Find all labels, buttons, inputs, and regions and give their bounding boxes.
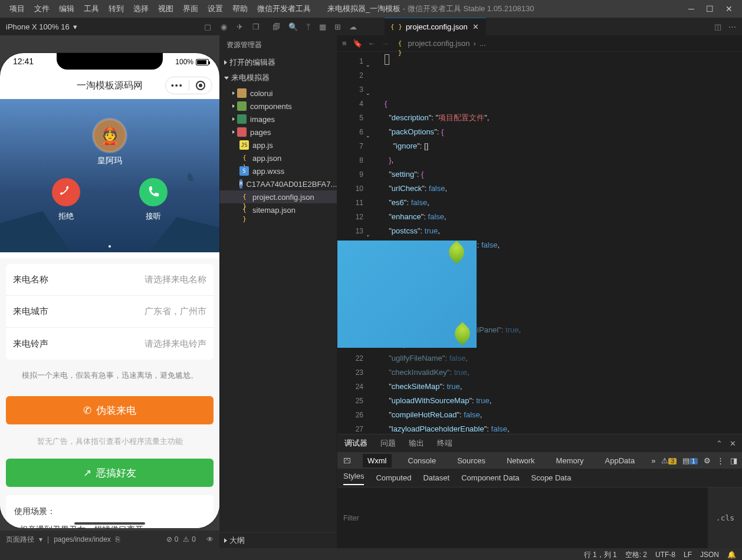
encoding-info[interactable]: UTF-8 <box>655 551 675 559</box>
styles-filter-input[interactable] <box>337 487 708 548</box>
tab-close-button[interactable]: ✕ <box>471 22 480 31</box>
back-icon[interactable]: ← <box>368 39 376 48</box>
git-icon[interactable]: ᛘ <box>306 22 311 31</box>
windows-icon[interactable]: ❐ <box>252 22 260 31</box>
project-root-header[interactable]: 来电模拟器 <box>219 70 337 85</box>
battery-icon <box>196 59 209 65</box>
tab-wxml[interactable]: Wxml <box>363 454 392 467</box>
file-md[interactable]: MC17AA740AD01E2BFA7... <box>219 177 337 190</box>
close-button[interactable]: ✕ <box>725 4 733 14</box>
tab-output[interactable]: 输出 <box>409 438 424 449</box>
indent-info[interactable]: 空格: 2 <box>625 550 647 560</box>
menu-file[interactable]: 文件 <box>29 0 54 18</box>
menu-project[interactable]: 项目 <box>5 0 29 18</box>
tab-network[interactable]: Network <box>502 454 540 467</box>
grid-icon[interactable]: ▦ <box>319 22 326 31</box>
eol-info[interactable]: LF <box>684 551 692 559</box>
tab-memory[interactable]: Memory <box>551 454 589 467</box>
subtab-styles[interactable]: Styles <box>343 472 364 485</box>
accept-button[interactable]: 接听 <box>139 178 168 222</box>
tab-sources[interactable]: Sources <box>452 454 490 467</box>
bookmark-icon[interactable]: 🔖 <box>353 39 362 48</box>
chevron-down-icon[interactable]: ▾ <box>39 535 42 543</box>
warning-count[interactable]: ⚠0 <box>183 535 196 543</box>
file-app-wxss[interactable]: Sapp.wxss <box>219 164 337 177</box>
form-row-ring[interactable]: 来电铃声请选择来电铃声 <box>6 328 214 360</box>
copy-icon[interactable]: ⎘ <box>116 535 120 543</box>
record-icon[interactable]: ◉ <box>221 22 227 31</box>
breadcrumb-file[interactable]: project.config.json <box>408 39 470 48</box>
capsule-menu-icon[interactable]: ••• <box>166 81 189 90</box>
menu-settings[interactable]: 设置 <box>203 0 228 18</box>
capsule-button[interactable]: ••• <box>165 77 212 94</box>
split-layout-icon[interactable]: ◫ <box>714 22 721 31</box>
bell-icon[interactable]: 🔔 <box>727 551 736 559</box>
tab-console[interactable]: Console <box>403 454 441 467</box>
subtab-dataset[interactable]: Dataset <box>423 473 449 482</box>
menu-help[interactable]: 帮助 <box>228 0 252 18</box>
share-icon[interactable]: ✈ <box>237 22 243 31</box>
reject-button[interactable]: 拒绝 <box>52 178 80 222</box>
eye-icon[interactable]: 👁 <box>206 535 214 543</box>
error-count[interactable]: ⊘0 <box>166 535 179 543</box>
folder-pages[interactable]: pages <box>219 126 337 139</box>
file-sitemap[interactable]: sitemap.json <box>219 203 337 216</box>
file-app-js[interactable]: JSapp.js <box>219 139 337 151</box>
breadcrumb-more[interactable]: ... <box>480 39 486 48</box>
menu-view[interactable]: 视图 <box>153 0 178 18</box>
forward-icon[interactable]: → <box>382 39 389 48</box>
close-icon[interactable]: ✕ <box>730 439 736 448</box>
subtab-component-data[interactable]: Component Data <box>461 473 519 482</box>
device-selector[interactable]: iPhone X 100% 16▾ <box>0 22 83 31</box>
search-icon[interactable]: 🔍 <box>288 22 298 31</box>
device-icon[interactable]: ▢ <box>204 22 211 31</box>
code-editor[interactable]: 1⌄23⌄456⌄78910111213⌄1415161718192021222… <box>337 52 742 434</box>
more-tabs-icon[interactable]: » <box>651 456 655 465</box>
tab-debugger[interactable]: 调试器 <box>344 438 367 449</box>
page-path-value: pages/index/index <box>54 535 111 543</box>
chevron-up-icon[interactable]: ⌃ <box>716 439 723 448</box>
subtab-scope-data[interactable]: Scope Data <box>531 473 571 482</box>
tab-appdata[interactable]: AppData <box>600 454 640 467</box>
editor-tab[interactable]: { } project.config.json ✕ <box>385 18 486 35</box>
language-mode[interactable]: JSON <box>700 551 719 559</box>
capsule-close-icon[interactable] <box>189 81 212 90</box>
file-project-config[interactable]: project.config.json <box>219 190 337 203</box>
dock-icon[interactable]: ◨ <box>730 456 737 465</box>
title-bar: 项目 文件 编辑 工具 转到 选择 视图 界面 设置 帮助 微信开发者工具 来电… <box>0 0 742 18</box>
cls-toggle[interactable]: .cls <box>708 487 743 548</box>
open-editors-header[interactable]: 打开的编辑器 <box>219 55 337 70</box>
gear-icon[interactable]: ⚙ <box>704 456 711 465</box>
list-icon[interactable]: ≡ <box>342 39 347 48</box>
outline-header[interactable]: 大纲 <box>219 533 337 548</box>
prank-button[interactable]: ↗恶搞好友 <box>6 459 214 487</box>
folder-components[interactable]: components <box>219 100 337 113</box>
menu-wechat-devtools[interactable]: 微信开发者工具 <box>252 0 316 18</box>
form-row-name[interactable]: 来电名称请选择来电名称 <box>6 264 214 296</box>
tab-problems[interactable]: 问题 <box>380 438 396 449</box>
tab-terminal[interactable]: 终端 <box>437 438 452 449</box>
more-icon[interactable]: ⋯ <box>728 22 736 31</box>
kebab-icon[interactable]: ⋮ <box>717 456 724 465</box>
extensions-icon[interactable]: ⊞ <box>334 22 341 31</box>
fake-call-button[interactable]: ✆伪装来电 <box>6 396 214 424</box>
files-icon[interactable]: 🗐 <box>272 22 280 31</box>
cursor-position[interactable]: 行 1，列 1 <box>584 550 617 560</box>
menu-tools[interactable]: 工具 <box>79 0 104 18</box>
folder-images[interactable]: images <box>219 113 337 126</box>
form-row-city[interactable]: 来电城市广东省，广州市 <box>6 296 214 328</box>
inspect-icon[interactable]: ⮹ <box>343 456 351 465</box>
subtab-computed[interactable]: Computed <box>376 473 411 482</box>
minimize-button[interactable]: ─ <box>688 4 694 14</box>
caller-name: 皇阿玛 <box>97 156 122 166</box>
menu-select[interactable]: 选择 <box>129 0 153 18</box>
menu-goto[interactable]: 转到 <box>104 0 129 18</box>
folder-colorui[interactable]: colorui <box>219 87 337 100</box>
menu-edit[interactable]: 编辑 <box>54 0 79 18</box>
warning-badge[interactable]: ⚠3 <box>661 456 677 465</box>
menu-ui[interactable]: 界面 <box>178 0 203 18</box>
file-app-json[interactable]: app.json <box>219 151 337 164</box>
cloud-icon[interactable]: ☁ <box>349 22 357 31</box>
info-badge[interactable]: ▤1 <box>682 456 698 465</box>
maximize-button[interactable]: ☐ <box>706 4 714 14</box>
